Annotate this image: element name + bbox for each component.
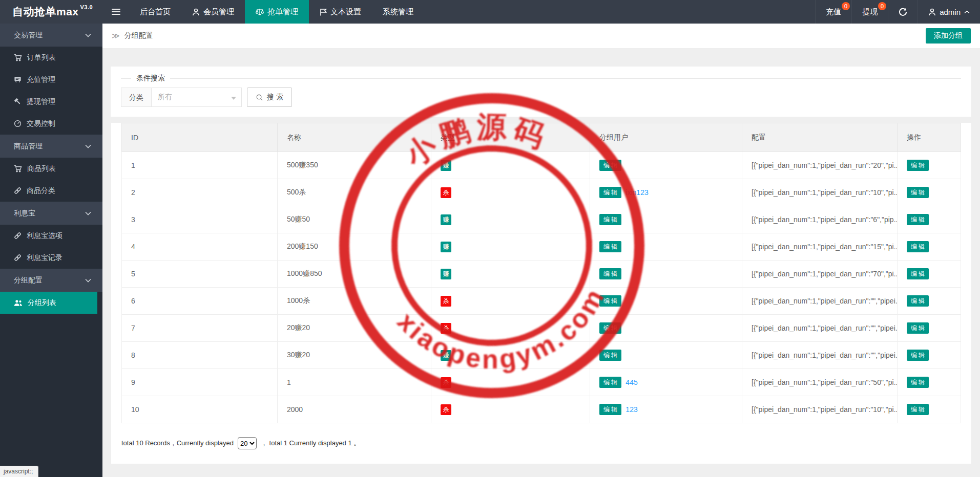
- cell-actions: 编 辑: [898, 233, 961, 261]
- sidebar-group-label: 商品管理: [14, 142, 43, 151]
- cell-actions: 编 辑: [898, 261, 961, 288]
- cell-name: 20赚20: [278, 315, 431, 342]
- table-panel: ID 名称 类型 分组用户 配置 操作 1 500赚350 赚 编 辑 [{"p…: [111, 123, 971, 464]
- type-badge: 杀: [441, 377, 451, 388]
- page-title: 分组配置: [124, 31, 153, 40]
- sidebar-item-order-list[interactable]: 订单列表: [0, 47, 102, 69]
- sidebar-item-trade-control[interactable]: 交易控制: [0, 113, 102, 135]
- cell-name: 1: [278, 369, 431, 396]
- edit-row-button[interactable]: 编 辑: [907, 295, 929, 307]
- type-badge: 赚: [441, 350, 451, 361]
- cell-users: 编 辑: [590, 315, 742, 342]
- edit-users-button[interactable]: 编 辑: [599, 241, 621, 252]
- sidebar-item-lixibao-records[interactable]: 利息宝记录: [0, 247, 102, 269]
- cell-type: 赚: [431, 206, 590, 233]
- table-footer: total 10 Records，Currently displayed 20 …: [121, 437, 961, 449]
- edit-users-button[interactable]: 编 辑: [599, 322, 621, 334]
- cell-name: 1000杀: [278, 288, 431, 315]
- edit-row-button[interactable]: 编 辑: [907, 377, 929, 388]
- cell-name: 30赚20: [278, 342, 431, 369]
- search-legend: 条件搜索: [131, 74, 170, 83]
- nav-item-home[interactable]: 后台首页: [129, 0, 181, 24]
- recharge-button[interactable]: 充值 0: [815, 0, 851, 24]
- nav-label: 文本设置: [330, 7, 361, 17]
- table-row: 2 500杀 杀 编 辑ixin123 [{"pipei_dan_num":1,…: [122, 179, 961, 206]
- billboard-icon: [14, 76, 22, 83]
- edit-row-button[interactable]: 编 辑: [907, 214, 929, 225]
- nav-label: 后台首页: [140, 7, 171, 17]
- edit-row-button[interactable]: 编 辑: [907, 187, 929, 198]
- edit-row-button[interactable]: 编 辑: [907, 322, 929, 334]
- person-icon: [928, 8, 936, 16]
- search-fieldset: 条件搜索 分类 所有 搜 索: [121, 74, 961, 107]
- sidebar-item-label: 利息宝选项: [27, 231, 62, 241]
- edit-users-button[interactable]: 编 辑: [599, 404, 621, 415]
- cell-actions: 编 辑: [898, 369, 961, 396]
- col-header-actions: 操作: [898, 123, 961, 152]
- cell-config: [{"pipei_dan_num":1,"pipei_dan_run":"20"…: [742, 152, 898, 179]
- user-link[interactable]: 445: [625, 378, 637, 386]
- cell-type: 赚: [431, 342, 590, 369]
- menu-toggle-button[interactable]: [102, 0, 129, 24]
- table-row: 10 2000 杀 编 辑123 [{"pipei_dan_num":1,"pi…: [122, 396, 961, 423]
- main-content: 条件搜索 分类 所有 搜 索 ID: [102, 49, 980, 477]
- recharge-badge: 0: [842, 2, 850, 10]
- edit-users-button[interactable]: 编 辑: [599, 295, 621, 307]
- edit-users-button[interactable]: 编 辑: [599, 268, 621, 279]
- sidebar-item-withdraw-mgmt[interactable]: 提现管理: [0, 91, 102, 113]
- table-row: 7 20赚20 杀 编 辑 [{"pipei_dan_num":1,"pipei…: [122, 315, 961, 342]
- cell-users: 编 辑445: [590, 369, 742, 396]
- sidebar-group-trade[interactable]: 交易管理: [0, 24, 102, 47]
- category-selected-value: 所有: [158, 93, 172, 102]
- user-link[interactable]: 123: [625, 405, 637, 414]
- sidebar-item-lixibao-options[interactable]: 利息宝选项: [0, 225, 102, 247]
- sidebar-group-label: 交易管理: [14, 31, 43, 40]
- cell-id: 4: [122, 233, 278, 261]
- cell-users: 编 辑: [590, 342, 742, 369]
- cell-type: 赚: [431, 261, 590, 288]
- edit-users-button[interactable]: 编 辑: [599, 214, 621, 225]
- edit-row-button[interactable]: 编 辑: [907, 404, 929, 415]
- sidebar-group-grouping[interactable]: 分组配置: [0, 269, 102, 292]
- sidebar-item-recharge-mgmt[interactable]: 充值管理: [0, 69, 102, 91]
- hamburger-icon: [112, 7, 120, 16]
- sidebar-item-goods-list[interactable]: 商品列表: [0, 158, 102, 180]
- sidebar-group-goods[interactable]: 商品管理: [0, 135, 102, 158]
- search-button[interactable]: 搜 索: [247, 88, 292, 107]
- search-form-row: 分类 所有 搜 索: [121, 88, 961, 107]
- person-icon: [192, 8, 200, 16]
- nav-item-members[interactable]: 会员管理: [181, 0, 245, 24]
- sidebar-item-goods-category[interactable]: 商品分类: [0, 180, 102, 202]
- edit-users-button[interactable]: 编 辑: [599, 350, 621, 361]
- refresh-button[interactable]: [888, 0, 918, 24]
- cell-name: 200赚150: [278, 233, 431, 261]
- nav-item-orders[interactable]: 抢单管理: [245, 0, 309, 24]
- edit-row-button[interactable]: 编 辑: [907, 268, 929, 279]
- user-link[interactable]: ixin123: [625, 188, 648, 197]
- search-icon: [256, 94, 263, 101]
- withdraw-button[interactable]: 提现 0: [851, 0, 888, 24]
- edit-users-button[interactable]: 编 辑: [599, 377, 621, 388]
- app-version: V3.0: [80, 4, 93, 10]
- sidebar-item-label: 订单列表: [27, 53, 56, 62]
- sidebar-group-lixibao[interactable]: 利息宝: [0, 202, 102, 225]
- withdraw-badge: 0: [878, 2, 886, 10]
- sidebar-item-label: 交易控制: [27, 119, 55, 128]
- cell-type: 赚: [431, 233, 590, 261]
- edit-users-button[interactable]: 编 辑: [599, 160, 621, 171]
- col-header-name: 名称: [278, 123, 431, 152]
- user-menu[interactable]: admin: [918, 0, 980, 24]
- nav-item-system[interactable]: 系统管理: [372, 0, 424, 24]
- nav-item-text-settings[interactable]: 文本设置: [309, 0, 372, 24]
- sidebar-item-group-list[interactable]: 分组列表: [0, 292, 97, 314]
- cell-actions: 编 辑: [898, 179, 961, 206]
- add-group-button[interactable]: 添加分组: [926, 28, 971, 44]
- category-select[interactable]: 所有: [152, 88, 242, 107]
- edit-row-button[interactable]: 编 辑: [907, 241, 929, 252]
- sidebar-group-label: 分组配置: [14, 276, 43, 285]
- page-size-select[interactable]: 20: [238, 437, 257, 449]
- cell-users: 编 辑: [590, 233, 742, 261]
- edit-users-button[interactable]: 编 辑: [599, 187, 621, 198]
- edit-row-button[interactable]: 编 辑: [907, 160, 929, 171]
- edit-row-button[interactable]: 编 辑: [907, 350, 929, 361]
